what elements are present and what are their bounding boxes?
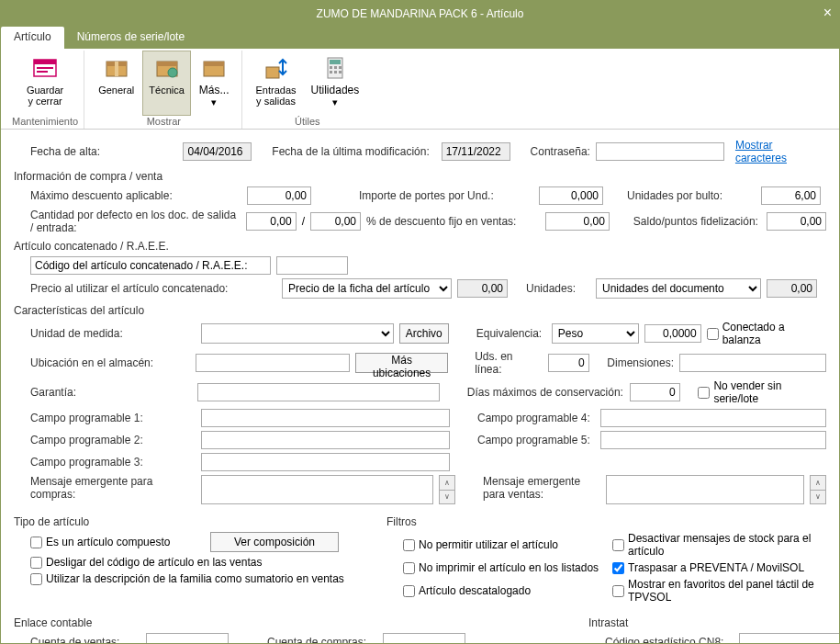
svg-rect-8 — [157, 62, 177, 66]
save-label: Guardar y cerrar — [27, 85, 63, 107]
msg-ventas-field[interactable] — [606, 475, 804, 504]
msg-compras-label: Mensaje emergente para compras: — [30, 475, 196, 501]
save-close-button[interactable]: Guardar y cerrar — [20, 51, 70, 116]
cp3-field[interactable] — [201, 453, 450, 471]
svg-rect-3 — [37, 71, 48, 73]
dim-field[interactable] — [679, 354, 826, 372]
dias-field[interactable] — [630, 383, 680, 401]
cv-field[interactable] — [146, 633, 229, 644]
section-filtros: Filtros — [386, 515, 826, 528]
svg-rect-11 — [204, 62, 224, 66]
cant-def-field-1[interactable] — [246, 212, 297, 231]
uds-linea-label: Uds. en línea: — [475, 350, 542, 376]
uds-concat-num — [767, 279, 817, 298]
fecha-mod-field — [442, 142, 510, 161]
group-mostrar: Mostrar — [147, 116, 181, 129]
section-concat: Artículo concatenado / R.A.E.E. — [14, 240, 826, 253]
section-intra: Intrastat — [588, 616, 840, 629]
fecha-mod-label: Fecha de la última modificación: — [272, 145, 435, 158]
cod-concat-label-box — [30, 256, 271, 275]
cp2-label: Campo programable 2: — [30, 434, 196, 446]
ubic-field[interactable] — [196, 354, 350, 372]
no-permitir-checkbox[interactable]: No permitir utilizar el artículo — [403, 538, 607, 551]
descat-checkbox[interactable]: Artículo descatalogado — [403, 584, 607, 597]
cant-def-field-2[interactable] — [310, 212, 361, 231]
svg-rect-6 — [115, 62, 118, 76]
entradas-label: Entradas y salidas — [256, 85, 297, 107]
cp5-field[interactable] — [600, 431, 826, 449]
arrows-icon — [262, 53, 291, 83]
equiv-label: Equivalencia: — [476, 327, 546, 340]
cp4-field[interactable] — [600, 409, 826, 427]
equiv-select[interactable]: Peso — [552, 323, 639, 344]
traspasar-checkbox[interactable]: Traspasar a PREVENTA / MovilSOL — [612, 561, 804, 574]
box-icon — [102, 53, 131, 83]
dias-label: Días máximos de conservación: — [467, 386, 624, 399]
msg-compras-spinner[interactable]: ∧∨ — [439, 475, 455, 504]
cod-concat-field[interactable] — [276, 256, 348, 275]
cp2-field[interactable] — [201, 431, 450, 449]
cc-field[interactable] — [383, 633, 465, 644]
importe-field[interactable] — [539, 186, 603, 205]
svg-point-9 — [168, 68, 177, 77]
uds-bulto-label: Unidades por bulto: — [627, 189, 756, 202]
ver-comp-button[interactable]: Ver composición — [210, 532, 339, 552]
importe-label: Importe de portes por Und.: — [359, 189, 533, 202]
group-mantenimiento: Mantenimiento — [12, 116, 78, 129]
calculator-icon — [320, 53, 350, 83]
svg-rect-15 — [330, 66, 332, 69]
uds-concat-label: Unidades: — [526, 282, 590, 295]
archivo-button[interactable]: Archivo — [399, 323, 449, 344]
msg-ventas-spinner[interactable]: ∧∨ — [810, 475, 826, 504]
section-compra: Información de compra / venta — [14, 170, 826, 183]
entradas-button[interactable]: Entradas y salidas — [250, 51, 303, 116]
garantia-field[interactable] — [197, 383, 441, 401]
section-tipo: Tipo de artículo — [14, 515, 381, 528]
uds-concat-select[interactable]: Unidades del documento — [596, 278, 761, 299]
box-gear-icon — [152, 53, 182, 83]
contrasena-field[interactable] — [596, 142, 724, 161]
um-select[interactable] — [201, 323, 394, 344]
desligar-checkbox[interactable]: Desligar del código de artículo en las v… — [30, 556, 262, 569]
tab-articulo[interactable]: Artículo — [1, 27, 64, 49]
general-button[interactable]: General — [92, 51, 140, 116]
conectado-checkbox[interactable]: Conectado a balanza — [707, 321, 826, 346]
cn8-field[interactable] — [739, 633, 840, 644]
saldo-field[interactable] — [767, 212, 826, 231]
util-desc-checkbox[interactable]: Utilizar la descripción de la familia co… — [30, 572, 344, 585]
svg-rect-16 — [334, 66, 337, 69]
equiv-field[interactable] — [644, 324, 701, 343]
no-vender-checkbox[interactable]: No vender sin serie/lote — [698, 379, 826, 405]
svg-rect-20 — [339, 71, 342, 73]
cv-label: Cuenta de ventas: — [30, 636, 140, 644]
precio-concat-select[interactable]: Precio de la ficha del artículo — [282, 278, 452, 299]
max-desc-field[interactable] — [247, 186, 311, 205]
tecnica-button[interactable]: Técnica — [142, 51, 191, 116]
mas-label: Más...▾ — [199, 85, 230, 107]
section-contab: Enlace contable — [14, 616, 583, 629]
desact-stock-checkbox[interactable]: Desactivar mensajes de stock para el art… — [612, 532, 826, 558]
mas-ubic-button[interactable]: Más ubicaciones — [355, 353, 447, 373]
utilidades-button[interactable]: Utilidades▾ — [305, 51, 366, 116]
close-icon[interactable]: × — [823, 5, 832, 21]
cp3-label: Campo programable 3: — [30, 456, 196, 469]
pct-field[interactable] — [545, 212, 610, 231]
window-title: ZUMO DE MANDARINA PACK 6 - Artículo — [317, 7, 524, 20]
section-carac: Características del artículo — [14, 304, 826, 317]
mostrar-fav-checkbox[interactable]: Mostrar en favoritos del panel táctil de… — [612, 578, 826, 604]
mostrar-caracteres-link[interactable]: Mostrar caracteres — [735, 139, 826, 164]
cn8-label: Código estadístico CN8: — [605, 636, 734, 644]
saldo-label: Saldo/puntos fidelización: — [633, 215, 761, 228]
titlebar: ZUMO DE MANDARINA PACK 6 - Artículo × — [1, 1, 839, 27]
tab-series[interactable]: Números de serie/lote — [64, 27, 197, 49]
ubic-label: Ubicación en el almacén: — [30, 356, 190, 369]
msg-compras-field[interactable] — [201, 475, 433, 504]
uds-linea-field[interactable] — [548, 354, 589, 372]
compuesto-checkbox[interactable]: Es un artículo compuesto — [30, 536, 205, 548]
no-imprimir-checkbox[interactable]: No imprimir el artículo en los listados — [403, 561, 607, 574]
svg-rect-2 — [37, 67, 53, 69]
uds-bulto-field[interactable] — [761, 186, 821, 205]
cp1-field[interactable] — [201, 409, 450, 427]
mas-button[interactable]: Más...▾ — [193, 51, 236, 116]
dim-label: Dimensiones: — [607, 356, 674, 369]
